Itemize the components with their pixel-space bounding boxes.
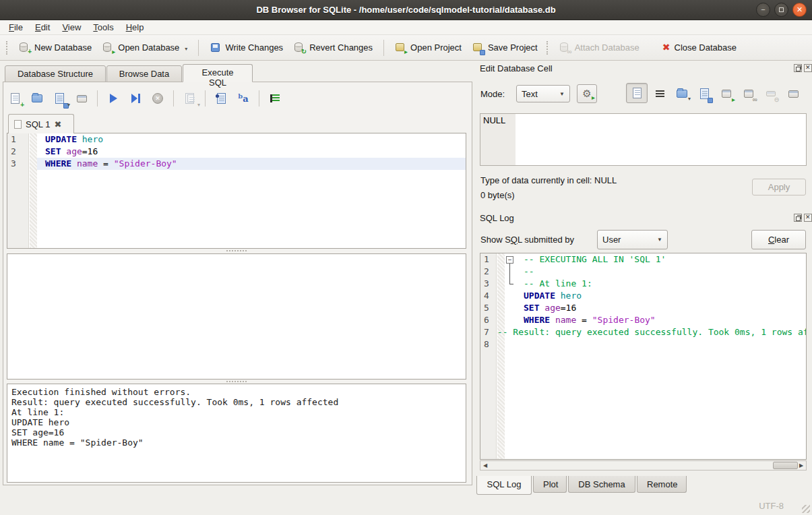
- open-file-icon: [677, 90, 687, 98]
- sql1-tab-label: SQL 1: [26, 119, 50, 129]
- execute-line-icon[interactable]: [127, 90, 144, 107]
- auto-indent-icon[interactable]: [267, 90, 283, 107]
- toolbar-handle-2[interactable]: [546, 41, 551, 55]
- edit-cell-float-icon[interactable]: [794, 64, 802, 72]
- save-results-icon: ▾: [181, 90, 197, 107]
- db-browser-window: DB Browser for SQLite - /home/user/code/…: [0, 0, 812, 515]
- resize-grip[interactable]: [802, 505, 810, 513]
- clear-log-button[interactable]: Clear: [751, 230, 806, 249]
- text-mode-button[interactable]: [626, 83, 648, 103]
- attach-database-button: ∞ Attach Database: [554, 39, 645, 56]
- tab-browse-data[interactable]: Browse Data: [106, 65, 182, 82]
- format-sql-icon[interactable]: ba: [235, 90, 251, 107]
- chevron-down-icon: ▼: [559, 91, 565, 97]
- menu-bar: File Edit View Tools Help: [0, 20, 812, 35]
- find-icon[interactable]: [213, 90, 229, 107]
- word-wrap-icon: [656, 90, 664, 98]
- sql-document-icon: [14, 120, 22, 129]
- edit-cell-dock-title: Edit Database Cell: [480, 63, 553, 73]
- chevron-down-icon: ▼: [657, 237, 662, 243]
- encoding-indicator[interactable]: UTF-8: [759, 501, 784, 511]
- export-cell-button[interactable]: ▸: [719, 86, 734, 101]
- log-filter-select[interactable]: User▼: [597, 230, 668, 249]
- database-open-icon: ▸: [102, 42, 114, 53]
- menu-file[interactable]: File: [3, 21, 29, 34]
- tab-plot[interactable]: Plot: [533, 476, 567, 493]
- tab-sql-log[interactable]: SQL Log: [476, 476, 532, 495]
- tab-execute-sql[interactable]: Execute SQL: [183, 64, 253, 82]
- cell-editor[interactable]: NULL: [480, 113, 807, 166]
- open-sql-file-icon[interactable]: [29, 90, 45, 107]
- editor-results-splitter[interactable]: [7, 249, 466, 253]
- word-wrap-button[interactable]: [652, 86, 667, 101]
- write-changes-icon: [210, 42, 221, 53]
- results-grid[interactable]: [7, 253, 466, 380]
- revert-changes-button[interactable]: ↻ Revert Changes: [288, 39, 378, 56]
- close-database-icon: ✖: [662, 42, 670, 53]
- stop-icon: ✕: [150, 90, 166, 107]
- open-database-button[interactable]: ▸ Open Database ▾: [97, 39, 193, 56]
- close-button[interactable]: ✕: [792, 3, 807, 17]
- open-database-dropdown-icon[interactable]: ▾: [185, 46, 187, 53]
- print-icon[interactable]: [73, 90, 90, 107]
- cell-type-text: Type of data currently in cell: NULL: [480, 175, 617, 185]
- menu-view[interactable]: View: [56, 21, 87, 34]
- open-project-button[interactable]: ▸ Open Project: [389, 39, 467, 56]
- scroll-left-icon[interactable]: ◀: [480, 461, 490, 470]
- project-save-icon: [472, 42, 484, 53]
- status-bar: UTF-8: [0, 497, 812, 515]
- database-attach-icon: ∞: [559, 42, 571, 53]
- sql-log-close-icon[interactable]: [804, 214, 812, 222]
- minimize-button[interactable]: −: [756, 3, 770, 17]
- sql-log-dock-title: SQL Log: [480, 213, 514, 223]
- sql-log-float-icon[interactable]: [794, 214, 802, 222]
- sql-log-view[interactable]: 1-- EXECUTING ALL IN 'SQL 1'2--3-- At li…: [480, 253, 807, 460]
- set-null-button: ⊖: [763, 86, 778, 101]
- cell-mode-select[interactable]: Text▼: [516, 85, 570, 102]
- save-sql-file-icon[interactable]: ▾: [51, 90, 67, 107]
- link-cell-button[interactable]: ∞: [741, 86, 756, 101]
- new-tab-icon[interactable]: +: [7, 90, 23, 107]
- menu-help[interactable]: Help: [120, 21, 150, 34]
- menu-tools[interactable]: Tools: [87, 21, 119, 34]
- scroll-right-icon[interactable]: ▶: [797, 461, 806, 470]
- execute-all-icon[interactable]: [105, 90, 121, 107]
- save-project-button[interactable]: Save Project: [467, 39, 543, 56]
- mode-label: Mode:: [480, 89, 505, 99]
- apply-button: Apply: [752, 179, 806, 195]
- cell-value: NULL: [480, 114, 516, 165]
- text-mode-icon: [633, 88, 642, 98]
- export-icon: [722, 90, 731, 98]
- project-open-icon: ▸: [395, 42, 406, 53]
- new-database-button[interactable]: + New Database: [13, 39, 97, 56]
- log-horizontal-scrollbar[interactable]: ◀ ▶: [480, 460, 807, 471]
- tab-remote[interactable]: Remote: [637, 476, 687, 493]
- sql-editor[interactable]: 1UPDATE hero2SET age=163WHERE name = "Sp…: [7, 133, 466, 249]
- database-new-icon: +: [19, 42, 30, 53]
- sql1-tab-close-icon[interactable]: ✖: [54, 119, 61, 129]
- print-icon: [788, 90, 799, 98]
- title-bar: DB Browser for SQLite - /home/user/code/…: [0, 0, 812, 20]
- tab-database-structure[interactable]: Database Structure: [5, 65, 106, 82]
- save-cell-file-button[interactable]: [697, 86, 712, 101]
- open-cell-file-button[interactable]: ▾: [675, 86, 689, 101]
- import-button[interactable]: ⚙▸: [577, 84, 597, 103]
- scrollbar-thumb[interactable]: [773, 462, 798, 469]
- tab-db-schema[interactable]: DB Schema: [568, 476, 635, 493]
- log-filter-label: Show SQL submitted by: [480, 235, 574, 245]
- menu-edit[interactable]: Edit: [29, 21, 56, 34]
- maximize-button[interactable]: [774, 3, 788, 17]
- print-cell-button[interactable]: [786, 86, 801, 101]
- execution-message-pane[interactable]: Execution finished without errors. Resul…: [7, 384, 466, 483]
- write-changes-button[interactable]: Write Changes: [204, 39, 288, 56]
- main-toolbar: + New Database ▸ Open Database ▾ Write C…: [0, 35, 812, 61]
- maximize-icon: [779, 7, 784, 12]
- import-icon: ⚙: [582, 88, 591, 100]
- edit-cell-close-icon[interactable]: [804, 64, 812, 72]
- toolbar-handle[interactable]: [6, 41, 10, 55]
- sql-editor-toolbar: + ▾ ✕ ▾ ba: [7, 89, 283, 108]
- window-title: DB Browser for SQLite - /home/user/code/…: [256, 5, 555, 15]
- cell-size-text: 0 byte(s): [480, 190, 515, 200]
- sql1-doc-tab[interactable]: SQL 1 ✖: [8, 114, 74, 133]
- close-database-button[interactable]: ✖ Close Database: [657, 39, 742, 56]
